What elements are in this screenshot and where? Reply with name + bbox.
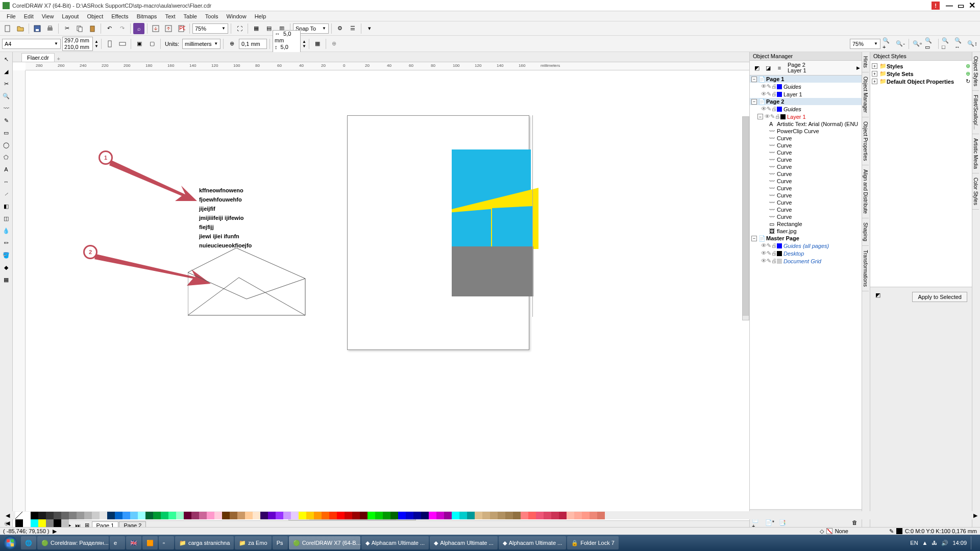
menu-tools[interactable]: Tools — [201, 12, 223, 20]
object-tree[interactable]: −📄Page 1 👁✎🖨Guides 👁✎🖨Layer 1 −📄Page 2 👁… — [750, 76, 862, 509]
cut-icon[interactable]: ✂ — [61, 23, 72, 34]
taskbar-pin1[interactable]: 🌐 — [21, 536, 36, 549]
swatch[interactable] — [145, 512, 153, 519]
swatch[interactable] — [322, 512, 329, 519]
color-palette[interactable] — [15, 512, 971, 519]
swatch[interactable] — [15, 519, 23, 527]
layout-icon[interactable]: ☰ — [347, 23, 358, 34]
swatch[interactable] — [31, 519, 38, 527]
swatch[interactable] — [61, 512, 69, 519]
swatch[interactable] — [421, 512, 429, 519]
page-dims[interactable]: 297,0 mm210,0 mm — [62, 37, 93, 51]
swatch[interactable] — [590, 512, 597, 519]
menu-window[interactable]: Window — [223, 12, 251, 20]
swatch[interactable] — [521, 512, 528, 519]
shape-tool-icon[interactable]: ◢ — [1, 66, 12, 77]
swatch[interactable] — [444, 512, 452, 519]
sidetab-artistic-media[interactable]: Artistic Media — [972, 134, 979, 173]
parallel-dim-icon[interactable]: ↔ — [1, 176, 12, 187]
swatch[interactable] — [498, 512, 505, 519]
outline-icon[interactable]: ✏ — [1, 237, 12, 248]
swatch[interactable] — [268, 512, 276, 519]
swatch[interactable] — [467, 512, 475, 519]
interactive-fill-icon[interactable]: ◆ — [1, 262, 12, 273]
swatch[interactable] — [398, 512, 406, 519]
show-desktop[interactable] — [971, 536, 975, 549]
defprops-row[interactable]: +📁 Default Object Properties↻ — [872, 78, 970, 85]
maximize-button[interactable]: ▭ — [955, 1, 966, 10]
taskbar-pin4[interactable]: 🟧 — [142, 536, 158, 549]
om-btn3-icon[interactable]: ≡ — [774, 62, 785, 73]
fullscreen-icon[interactable]: ⛶ — [234, 23, 245, 34]
menu-text[interactable]: Text — [161, 12, 179, 20]
sidetab-object-manager[interactable]: Object Manager — [862, 72, 869, 117]
swatch[interactable] — [475, 512, 482, 519]
menu-edit[interactable]: Edit — [20, 12, 38, 20]
swatch[interactable] — [100, 512, 107, 519]
taskbar-ps[interactable]: Ps — [273, 536, 288, 549]
swatch[interactable] — [23, 512, 31, 519]
swatch[interactable] — [413, 512, 421, 519]
redo-icon[interactable]: ↷ — [116, 23, 128, 34]
undo-icon[interactable]: ↶ — [104, 23, 115, 34]
swatch[interactable] — [77, 512, 84, 519]
swatch[interactable] — [54, 519, 61, 527]
artistic-media-icon[interactable]: ✎ — [1, 115, 12, 126]
swatch[interactable] — [528, 512, 536, 519]
swatch[interactable] — [38, 512, 46, 519]
taskbar-coreldraw[interactable]: 🟢 Coreldraw: Разделян... — [37, 536, 109, 549]
eyedropper-icon[interactable]: 💧 — [1, 225, 12, 236]
zoomin-icon[interactable]: 🔍+ — [882, 38, 893, 49]
minimize-button[interactable]: — — [944, 1, 955, 10]
om-btn1-icon[interactable]: ◩ — [751, 62, 763, 73]
swatch[interactable] — [176, 512, 184, 519]
scrollbar-vertical[interactable] — [742, 116, 749, 320]
menu-effects[interactable]: Effects — [107, 12, 132, 20]
swatch[interactable] — [314, 512, 322, 519]
menu-view[interactable]: View — [38, 12, 58, 20]
swatch[interactable] — [23, 519, 31, 527]
taskbar-folder2[interactable]: 📁 za Emo — [235, 536, 271, 549]
search-icon[interactable]: ⌕ — [133, 23, 144, 34]
swatch[interactable] — [574, 512, 582, 519]
sidetab-object-styles[interactable]: Object Styles — [972, 52, 979, 91]
print-icon[interactable] — [44, 23, 56, 34]
palette-scroll-left-icon[interactable]: ◀ — [0, 512, 15, 519]
add-doc-icon[interactable]: + — [55, 56, 63, 62]
export-icon[interactable] — [163, 23, 174, 34]
swatch[interactable] — [138, 512, 145, 519]
zoom-page-icon[interactable]: 🔍□ — [941, 38, 952, 49]
pick-tool-icon[interactable]: ↖ — [1, 54, 12, 65]
swatch[interactable] — [46, 519, 54, 527]
swatch[interactable] — [230, 512, 237, 519]
dropshadow-icon[interactable]: ◧ — [1, 201, 12, 212]
swatch[interactable] — [582, 512, 590, 519]
open-icon[interactable] — [15, 23, 26, 34]
swatch[interactable] — [130, 512, 138, 519]
tray-vol-icon[interactable]: 🔊 — [941, 540, 948, 546]
docpalette-scroll-icon[interactable]: ◀ — [0, 520, 15, 527]
swatch[interactable] — [306, 512, 314, 519]
swatch[interactable] — [352, 512, 360, 519]
swatch[interactable] — [31, 512, 38, 519]
zoomout-icon[interactable]: 🔍- — [895, 38, 906, 49]
swatch[interactable] — [199, 512, 207, 519]
sidetab-shaping[interactable]: Shaping — [862, 218, 869, 246]
swatch[interactable] — [168, 512, 176, 519]
zoom-width-icon[interactable]: 🔍↔ — [954, 38, 965, 49]
om-flyout-icon[interactable]: ▶ — [856, 65, 860, 70]
swatch[interactable] — [490, 512, 498, 519]
swatch[interactable] — [390, 512, 398, 519]
swatch[interactable] — [92, 512, 100, 519]
polygon-tool-icon[interactable]: ⬠ — [1, 152, 12, 163]
stylesets-row[interactable]: +📁 Style Sets⊕ — [872, 70, 970, 78]
swatch[interactable] — [115, 512, 122, 519]
swatch[interactable] — [597, 512, 605, 519]
swatch[interactable] — [38, 519, 46, 527]
swatch[interactable] — [237, 512, 245, 519]
sidetab-fillet-scallop-[interactable]: Fillet/Scallop/... — [972, 91, 979, 134]
allpages-icon[interactable]: ▣ — [134, 38, 145, 49]
nudge-field[interactable]: 0,1 mm — [239, 39, 267, 49]
swatch[interactable] — [513, 512, 521, 519]
swatch[interactable] — [207, 512, 214, 519]
